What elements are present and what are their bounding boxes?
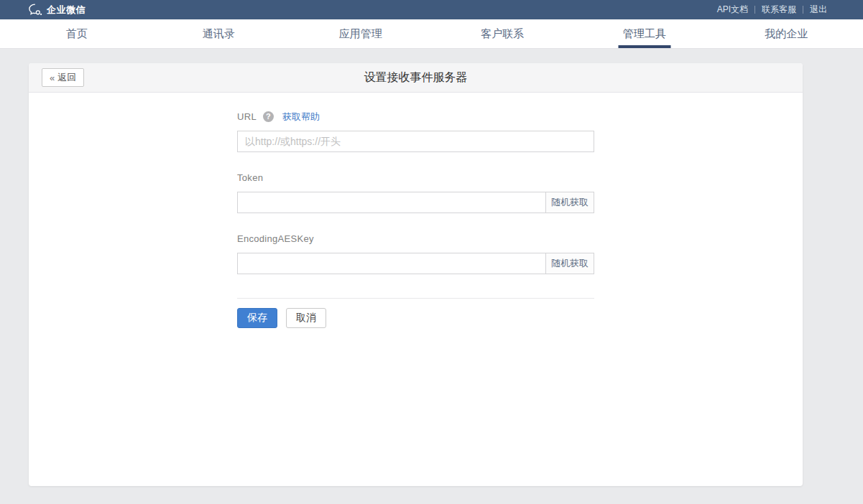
nav-item-my-company[interactable]: 我的企业 — [716, 19, 858, 48]
logout-link[interactable]: 退出 — [803, 4, 834, 16]
aeskey-label-row: EncodingAESKey — [237, 233, 594, 245]
aeskey-input[interactable] — [237, 253, 546, 274]
api-docs-link[interactable]: API文档 — [711, 4, 754, 16]
form-divider — [237, 298, 594, 299]
url-field-group: URL ? 获取帮助 — [237, 111, 594, 152]
form-actions: 保存 取消 — [237, 308, 594, 328]
app-logo-text: 企业微信 — [47, 4, 86, 17]
back-button-label: 返回 — [57, 71, 76, 84]
aeskey-random-generate-button[interactable]: 随机获取 — [545, 253, 594, 274]
token-input[interactable] — [237, 192, 546, 213]
card-header: « 返回 设置接收事件服务器 — [29, 63, 803, 93]
aeskey-input-group: 随机获取 — [237, 253, 594, 274]
get-help-link[interactable]: 获取帮助 — [282, 111, 320, 123]
token-input-group: 随机获取 — [237, 192, 594, 213]
aeskey-label: EncodingAESKey — [237, 233, 314, 244]
server-settings-form: URL ? 获取帮助 Token 随机获取 EncodingAESKey 随机 — [29, 93, 594, 328]
url-label-row: URL ? 获取帮助 — [237, 111, 594, 123]
main-nav: 首页 通讯录 应用管理 客户联系 管理工具 我的企业 — [0, 19, 863, 49]
nav-item-admin-tools[interactable]: 管理工具 — [573, 19, 716, 48]
topbar: 企业微信 API文档 联系客服 退出 — [0, 0, 863, 19]
nav-item-customer-contact[interactable]: 客户联系 — [432, 19, 574, 48]
topbar-links: API文档 联系客服 退出 — [711, 4, 834, 16]
save-button[interactable]: 保存 — [237, 308, 277, 328]
page-title: 设置接收事件服务器 — [364, 70, 468, 85]
nav-item-app-management[interactable]: 应用管理 — [290, 19, 432, 48]
nav-item-contacts[interactable]: 通讯录 — [148, 19, 290, 48]
chat-bubble-icon — [29, 4, 42, 16]
help-question-icon[interactable]: ? — [263, 111, 274, 122]
aeskey-field-group: EncodingAESKey 随机获取 — [237, 233, 594, 274]
back-button[interactable]: « 返回 — [42, 68, 84, 87]
double-chevron-left-icon: « — [50, 73, 55, 83]
nav-item-home[interactable]: 首页 — [6, 19, 148, 48]
token-random-generate-button[interactable]: 随机获取 — [545, 192, 594, 213]
app-logo: 企业微信 — [29, 4, 86, 17]
url-input[interactable] — [237, 131, 594, 152]
url-label: URL — [237, 111, 257, 122]
token-field-group: Token 随机获取 — [237, 172, 594, 213]
contact-support-link[interactable]: 联系客服 — [755, 4, 803, 16]
content-card: « 返回 设置接收事件服务器 URL ? 获取帮助 Token 随机获取 — [29, 63, 803, 486]
token-label: Token — [237, 172, 263, 183]
cancel-button[interactable]: 取消 — [286, 308, 326, 328]
token-label-row: Token — [237, 172, 594, 184]
